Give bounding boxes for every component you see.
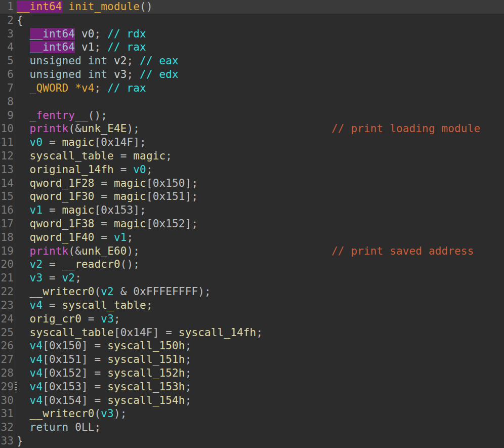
- token[interactable]: __int64: [30, 28, 75, 40]
- token[interactable]: [0x152] =: [43, 367, 107, 379]
- code-line[interactable]: 15 qword_1F30 = magic[0x151];: [0, 190, 504, 203]
- token[interactable]: qword_1F30: [30, 190, 95, 202]
- token[interactable]: v1: [81, 41, 95, 53]
- token[interactable]: [0x150];: [146, 177, 198, 189]
- token[interactable]: }: [17, 435, 23, 447]
- token[interactable]: ;: [146, 299, 153, 311]
- token[interactable]: v1: [30, 204, 43, 216]
- token[interactable]: =: [95, 231, 114, 243]
- token[interactable]: =: [95, 190, 114, 202]
- token[interactable]: ;: [146, 164, 153, 176]
- token[interactable]: (: [95, 286, 101, 298]
- token[interactable]: v0: [30, 136, 43, 148]
- token[interactable]: syscall_153h: [107, 381, 185, 393]
- token[interactable]: magic: [114, 177, 146, 189]
- token[interactable]: v4: [30, 340, 43, 352]
- code-line[interactable]: 18 qword_1F40 = v1;: [0, 231, 504, 245]
- token[interactable]: [0x14F];: [95, 136, 146, 148]
- token[interactable]: *v4: [75, 82, 94, 94]
- token[interactable]: 0LL;: [68, 421, 101, 433]
- token[interactable]: {: [17, 14, 23, 26]
- code-line[interactable]: 5 unsigned int v2; // eax: [0, 54, 504, 68]
- token[interactable]: _QWORD: [30, 82, 69, 94]
- token[interactable]: qword_1F28: [30, 177, 95, 189]
- token[interactable]: [0x154] =: [43, 394, 107, 406]
- token[interactable]: // eax: [140, 55, 179, 67]
- token[interactable]: (&: [68, 123, 81, 135]
- token[interactable]: unk_E4E: [81, 123, 127, 135]
- token[interactable]: =: [43, 258, 62, 270]
- code-line[interactable]: 29 v4[0x153] = syscall_153h;: [0, 380, 504, 394]
- token[interactable]: magic: [62, 204, 95, 216]
- code-line[interactable]: 32 return 0LL;: [0, 421, 504, 434]
- token[interactable]: qword_1F38: [30, 218, 95, 230]
- code-line[interactable]: 11 v0 = magic[0x14F];: [0, 136, 504, 149]
- token[interactable]: syscall_table: [62, 299, 146, 311]
- code-line[interactable]: 27 v4[0x151] = syscall_151h;: [0, 353, 504, 366]
- token[interactable]: syscall_152h: [107, 367, 185, 379]
- token[interactable]: __writecr0: [30, 408, 95, 420]
- token[interactable]: );: [114, 408, 127, 420]
- token[interactable]: syscall_151h: [107, 353, 185, 365]
- token[interactable]: original_14fh: [30, 164, 114, 176]
- token[interactable]: syscall_154h: [107, 394, 185, 406]
- token[interactable]: v3: [30, 272, 43, 284]
- code-line[interactable]: 31 __writecr0(v3);: [0, 407, 504, 421]
- token[interactable]: orig_cr0: [30, 313, 81, 325]
- token[interactable]: );: [127, 245, 140, 257]
- code-line[interactable]: 33}: [0, 434, 504, 448]
- token[interactable]: ;: [127, 68, 140, 80]
- token[interactable]: _fentry__: [30, 109, 88, 121]
- token[interactable]: (: [95, 408, 101, 420]
- token[interactable]: =: [43, 136, 62, 148]
- token[interactable]: v3: [101, 408, 114, 420]
- token[interactable]: syscall_table: [30, 327, 114, 339]
- token[interactable]: =: [43, 204, 62, 216]
- token[interactable]: [0x14F] =: [114, 327, 179, 339]
- token[interactable]: // rax: [107, 41, 146, 53]
- token[interactable]: v4: [30, 367, 43, 379]
- token[interactable]: qword_1F40: [30, 231, 95, 243]
- token[interactable]: __int64: [17, 1, 62, 13]
- token[interactable]: magic: [114, 218, 146, 230]
- token[interactable]: syscall_14fh: [179, 327, 257, 339]
- token[interactable]: );: [127, 123, 140, 135]
- token[interactable]: ;: [95, 28, 108, 40]
- code-line[interactable]: 22 __writecr0(v2 & 0xFFFEFFFF);: [0, 285, 504, 299]
- token[interactable]: syscall_table: [30, 150, 114, 162]
- token[interactable]: ;: [114, 313, 120, 325]
- token[interactable]: v4: [30, 353, 43, 365]
- token[interactable]: v2: [30, 258, 43, 270]
- token[interactable]: =: [95, 177, 114, 189]
- token[interactable]: ();: [120, 258, 140, 270]
- token[interactable]: unsigned int: [30, 55, 108, 67]
- token[interactable]: v1: [114, 231, 127, 243]
- token[interactable]: magic: [133, 150, 165, 162]
- token[interactable]: [0x153] =: [43, 381, 107, 393]
- eol-comment[interactable]: // print saved address: [331, 245, 474, 258]
- code-line[interactable]: 2{: [0, 14, 504, 27]
- code-line[interactable]: 17 qword_1F38 = magic[0x152];: [0, 217, 504, 231]
- code-line[interactable]: 7 _QWORD *v4; // rax: [0, 82, 504, 95]
- token[interactable]: v0: [133, 164, 146, 176]
- token[interactable]: ;: [95, 41, 108, 53]
- token[interactable]: ;: [256, 327, 263, 339]
- token[interactable]: v3: [101, 313, 114, 325]
- eol-comment[interactable]: // print loading module: [331, 122, 480, 136]
- token[interactable]: init_module: [68, 1, 140, 13]
- token[interactable]: [0x151];: [146, 190, 198, 202]
- code-line[interactable]: 25 syscall_table[0x14F] = syscall_14fh;: [0, 326, 504, 340]
- code-line[interactable]: 1__int64 init_module(): [0, 0, 504, 14]
- token[interactable]: unsigned int: [30, 68, 108, 80]
- token[interactable]: unk_E60: [81, 245, 127, 257]
- token[interactable]: v2: [101, 286, 114, 298]
- token[interactable]: & 0xFFFEFFFF);: [114, 286, 211, 298]
- token[interactable]: ;: [127, 231, 134, 243]
- code-line[interactable]: 13 original_14fh = v0;: [0, 163, 504, 177]
- token[interactable]: ;: [185, 381, 192, 393]
- code-line[interactable]: 14 qword_1F28 = magic[0x150];: [0, 177, 504, 190]
- token[interactable]: ;: [165, 150, 172, 162]
- token[interactable]: // rdx: [107, 28, 146, 40]
- token[interactable]: [0x153];: [95, 204, 146, 216]
- token[interactable]: (&: [68, 245, 81, 257]
